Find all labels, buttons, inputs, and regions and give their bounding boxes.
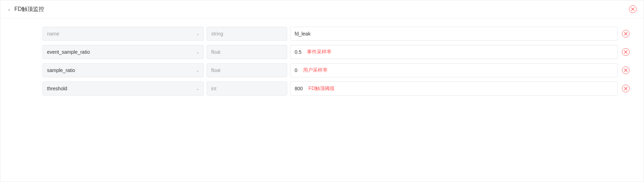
value-text-row2: 0.5 [295, 49, 301, 55]
field-select-text-row3: sample_ratio [47, 67, 75, 73]
field-chevron-icon-row2: ⌄ [196, 50, 199, 54]
type-field-row3: float [207, 63, 287, 77]
table-row: sample_ratio ⌄ float 0 用户采样率 [42, 63, 630, 77]
value-hint-row3: 用户采样率 [303, 67, 328, 73]
field-chevron-icon-row3: ⌄ [196, 68, 199, 73]
field-chevron-icon-row1: ⌄ [196, 32, 199, 36]
table-row: event_sample_ratio ⌄ float 0.5 事件采样率 [42, 45, 630, 59]
field-select-row3[interactable]: sample_ratio ⌄ [42, 63, 204, 77]
value-field-row1[interactable]: fd_leak [290, 27, 618, 41]
value-field-row2[interactable]: 0.5 事件采样率 [290, 45, 618, 59]
type-field-row2: float [207, 45, 287, 59]
field-select-text-row1: name [47, 31, 59, 37]
value-text-row4: 800 [295, 86, 303, 91]
panel-title: FD触顶监控 [14, 6, 44, 13]
type-text-row2: float [211, 49, 220, 55]
type-text-row3: float [211, 67, 220, 73]
panel-header: ⌄ FD触顶监控 [0, 0, 644, 18]
row-close-button-row4[interactable] [622, 85, 630, 92]
field-select-text-row2: event_sample_ratio [47, 49, 90, 55]
field-chevron-icon-row4: ⌄ [196, 86, 199, 91]
rows-container: name ⌄ string fd_leak event_sample_ratio [0, 18, 644, 104]
value-hint-row4: FD触顶阈值 [308, 85, 335, 92]
fd-monitor-panel: ⌄ FD触顶监控 name ⌄ string fd_leak [0, 0, 644, 182]
value-hint-row2: 事件采样率 [307, 49, 331, 55]
row-close-button-row1[interactable] [622, 30, 630, 38]
type-field-row4: int [207, 82, 287, 96]
panel-close-button[interactable] [629, 5, 637, 13]
table-row: threshold ⌄ int 800 FD触顶阈值 [42, 82, 630, 96]
type-text-row1: string [211, 31, 223, 37]
table-row: name ⌄ string fd_leak [42, 27, 630, 41]
field-select-row2[interactable]: event_sample_ratio ⌄ [42, 45, 204, 59]
value-field-row4[interactable]: 800 FD触顶阈值 [290, 82, 618, 96]
type-field-row1: string [207, 27, 287, 41]
field-select-text-row4: threshold [47, 86, 67, 91]
type-text-row4: int [211, 86, 216, 91]
row-close-button-row2[interactable] [622, 48, 630, 56]
header-left: ⌄ FD触顶监控 [7, 6, 44, 13]
row-close-button-row3[interactable] [622, 66, 630, 74]
value-field-row3[interactable]: 0 用户采样率 [290, 63, 618, 77]
value-text-row3: 0 [295, 67, 297, 73]
field-select-row1[interactable]: name ⌄ [42, 27, 204, 41]
collapse-icon[interactable]: ⌄ [7, 7, 11, 12]
value-text-row1: fd_leak [295, 31, 310, 37]
field-select-row4[interactable]: threshold ⌄ [42, 82, 204, 96]
